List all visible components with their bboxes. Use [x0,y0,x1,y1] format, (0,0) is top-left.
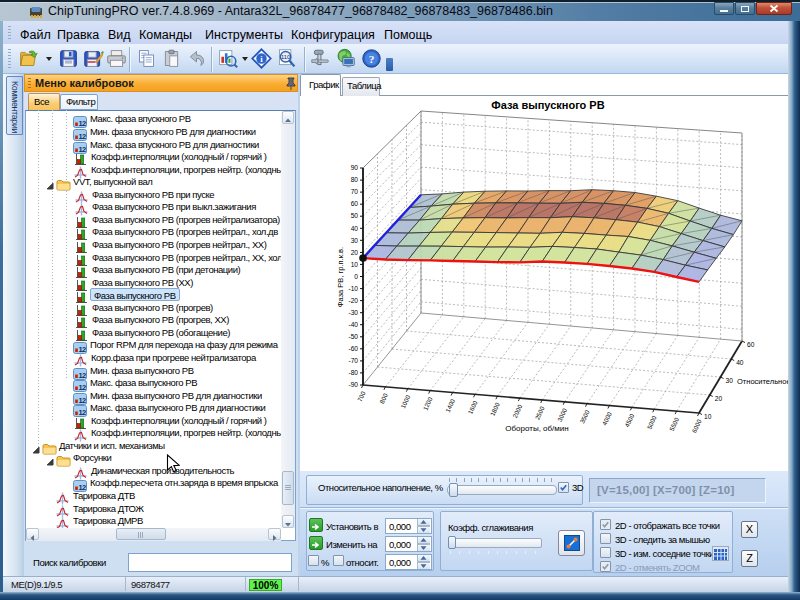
svg-text:2000: 2000 [511,403,523,419]
svg-text:60: 60 [747,341,755,348]
svg-text:30: 30 [726,377,734,384]
svg-text:700: 700 [356,390,367,403]
svg-text:60: 60 [351,200,359,207]
svg-text:-10: -10 [348,285,358,292]
svg-text:-60: -60 [348,345,358,352]
svg-text:1000: 1000 [399,393,411,409]
svg-text:1400: 1400 [444,397,456,413]
svg-text:0: 0 [354,273,358,280]
svg-text:40: 40 [736,359,744,366]
svg-text:80: 80 [351,176,359,183]
svg-text:1600: 1600 [466,399,478,415]
svg-text:30: 30 [351,237,359,244]
svg-text:2500: 2500 [533,405,545,421]
svg-text:5000: 5000 [645,414,657,430]
svg-text:3000: 3000 [556,407,568,423]
svg-text:110: 110 [281,54,290,60]
svg-text:-20: -20 [348,297,358,304]
svg-text:-90: -90 [348,381,358,388]
svg-text:20: 20 [351,249,359,256]
svg-text:-30: -30 [348,309,358,316]
svg-text:50: 50 [351,212,359,219]
svg-text:-80: -80 [348,369,358,376]
svg-text:Фаза РВ, гр.п.к.в.: Фаза РВ, гр.п.к.в. [336,247,345,307]
svg-text:3500: 3500 [578,408,590,424]
svg-text:-70: -70 [348,357,358,364]
svg-text:-40: -40 [348,321,358,328]
svg-text:10: 10 [351,261,359,268]
svg-text:70: 70 [351,188,359,195]
svg-text:40: 40 [351,225,359,232]
svg-text:5500: 5500 [668,416,680,432]
svg-text:4500: 4500 [623,412,635,428]
svg-text:10: 10 [704,413,712,420]
svg-text:1800: 1800 [489,401,501,417]
svg-text:800: 800 [378,392,389,405]
svg-text:?: ? [369,53,375,65]
svg-text:-50: -50 [348,333,358,340]
svg-text:6000: 6000 [690,418,702,434]
svg-text:20: 20 [715,395,723,402]
svg-text:Фаза выпускного РВ: Фаза выпускного РВ [491,99,604,111]
svg-text:Относительное наполнение: Относительное наполнение [737,377,788,386]
svg-text:90: 90 [351,164,359,171]
svg-text:Обороты, об/мин: Обороты, об/мин [505,424,568,433]
svg-text:1200: 1200 [421,395,433,411]
svg-text:4000: 4000 [601,410,613,426]
